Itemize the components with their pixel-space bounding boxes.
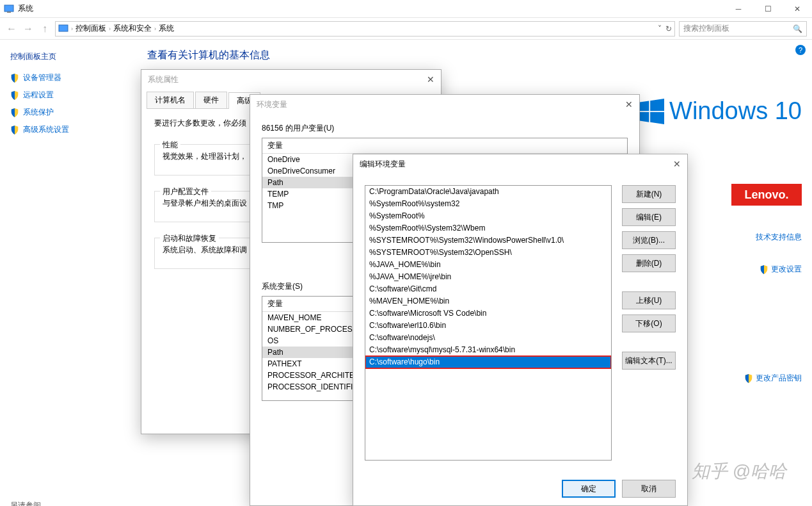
breadcrumb-item[interactable]: 系统和安全 xyxy=(113,23,152,34)
tab[interactable]: 硬件 xyxy=(195,92,227,108)
see-also-label: 另请参阅 xyxy=(10,500,124,506)
lenovo-logo: Lenovo. xyxy=(731,184,802,206)
dialog-title: 环境变量 xyxy=(257,99,287,110)
path-row[interactable]: %JAVA_HOME%\jre\bin xyxy=(365,271,611,283)
path-row[interactable]: %JAVA_HOME%\bin xyxy=(365,259,611,271)
path-row[interactable]: %SYSTEMROOT%\System32\OpenSSH\ xyxy=(365,247,611,259)
shield-icon xyxy=(10,108,19,117)
sidebar-link[interactable]: 远程设置 xyxy=(10,90,124,101)
shield-icon xyxy=(10,126,19,135)
left-nav: 控制面板主页 设备管理器远程设置系统保护高级系统设置 另请参阅 安全和维护 xyxy=(0,40,134,506)
path-row[interactable]: C:\software\nodejs\ xyxy=(365,332,611,344)
svg-rect-2 xyxy=(59,25,68,31)
sidebar-link[interactable]: 系统保护 xyxy=(10,107,124,118)
browse-button[interactable]: 浏览(B)... xyxy=(622,231,676,249)
window-titlebar: 系统 ─ ☐ ✕ xyxy=(0,0,812,18)
path-row[interactable]: C:\software\Microsoft VS Code\bin xyxy=(365,307,611,320)
shield-icon xyxy=(10,74,19,83)
close-button[interactable]: ✕ xyxy=(783,0,812,18)
path-row[interactable]: %SystemRoot% xyxy=(365,210,611,222)
windows-logo: Windows 10 xyxy=(639,97,802,125)
path-row[interactable]: %SystemRoot%\system32 xyxy=(365,198,611,210)
forward-button[interactable]: → xyxy=(22,23,35,35)
breadcrumb-item[interactable]: 系统 xyxy=(159,23,174,34)
page-heading: 查看有关计算机的基本信息 xyxy=(147,49,799,62)
path-row[interactable]: C:\software\Git\cmd xyxy=(365,283,611,295)
dialog-title: 编辑环境变量 xyxy=(360,159,406,170)
window-title: 系统 xyxy=(18,3,33,14)
shield-icon xyxy=(760,265,768,274)
breadcrumb[interactable]: › 控制面板 › 系统和安全 › 系统 ˅↻ xyxy=(55,21,675,37)
system-icon xyxy=(4,4,14,14)
navigation-bar: ← → ↑ › 控制面板 › 系统和安全 › 系统 ˅↻ 搜索控制面板 🔍 xyxy=(0,18,812,40)
path-row[interactable]: C:\software\hugo\bin xyxy=(365,356,611,368)
path-row[interactable]: %SystemRoot%\System32\Wbem xyxy=(365,222,611,234)
ok-button[interactable]: 确定 xyxy=(562,480,616,498)
path-row[interactable]: %MAVEN_HOME%\bin xyxy=(365,295,611,307)
chevron-down-icon[interactable]: ˅ xyxy=(658,24,662,33)
svg-rect-1 xyxy=(7,12,11,13)
path-row[interactable]: C:\software\erl10.6\bin xyxy=(365,320,611,332)
minimize-button[interactable]: ─ xyxy=(724,0,753,18)
new-button[interactable]: 新建(N) xyxy=(622,185,676,203)
tech-support-link[interactable]: 技术支持信息 xyxy=(756,232,802,243)
tab[interactable]: 计算机名 xyxy=(147,92,194,108)
path-row[interactable]: C:\ProgramData\Oracle\Java\javapath xyxy=(365,186,611,198)
breadcrumb-item[interactable]: 控制面板 xyxy=(76,23,106,34)
user-vars-label: 86156 的用户变量(U) xyxy=(262,123,639,134)
search-input[interactable]: 搜索控制面板 🔍 xyxy=(679,21,807,37)
cancel-button[interactable]: 取消 xyxy=(622,480,676,498)
move-up-button[interactable]: 上移(U) xyxy=(622,291,676,309)
delete-button[interactable]: 删除(D) xyxy=(622,254,676,272)
close-icon[interactable]: ✕ xyxy=(427,74,434,85)
edit-button[interactable]: 编辑(E) xyxy=(622,208,676,226)
svg-rect-0 xyxy=(4,5,13,12)
refresh-icon[interactable]: ↻ xyxy=(665,24,672,33)
sidebar-link[interactable]: 高级系统设置 xyxy=(10,124,124,135)
sidebar-link[interactable]: 设备管理器 xyxy=(10,72,124,83)
path-row[interactable]: C:\software\mysql\mysql-5.7.31-winx64\bi… xyxy=(365,344,611,356)
edit-text-button[interactable]: 编辑文本(T)... xyxy=(622,352,676,370)
dialog-title: 系统属性 xyxy=(148,74,179,85)
control-panel-home-link[interactable]: 控制面板主页 xyxy=(10,51,124,62)
change-product-key-link[interactable]: 更改产品密钥 xyxy=(744,373,802,384)
path-list[interactable]: C:\ProgramData\Oracle\Java\javapath%Syst… xyxy=(365,185,612,461)
up-button[interactable]: ↑ xyxy=(38,23,51,35)
close-icon[interactable]: ✕ xyxy=(673,159,681,169)
change-settings-link[interactable]: 更改设置 xyxy=(760,264,802,275)
edit-environment-variable-dialog: 编辑环境变量 ✕ C:\ProgramData\Oracle\Java\java… xyxy=(353,154,688,506)
shield-icon xyxy=(744,374,753,383)
watermark: 知乎 @哈哈 xyxy=(692,459,786,484)
monitor-icon xyxy=(58,24,68,34)
search-icon: 🔍 xyxy=(793,24,802,33)
path-row[interactable]: %SYSTEMROOT%\System32\WindowsPowerShell\… xyxy=(365,234,611,247)
maximize-button[interactable]: ☐ xyxy=(753,0,783,18)
shield-icon xyxy=(10,91,19,100)
close-icon[interactable]: ✕ xyxy=(625,99,633,110)
back-button[interactable]: ← xyxy=(5,23,18,35)
move-down-button[interactable]: 下移(O) xyxy=(622,314,676,332)
